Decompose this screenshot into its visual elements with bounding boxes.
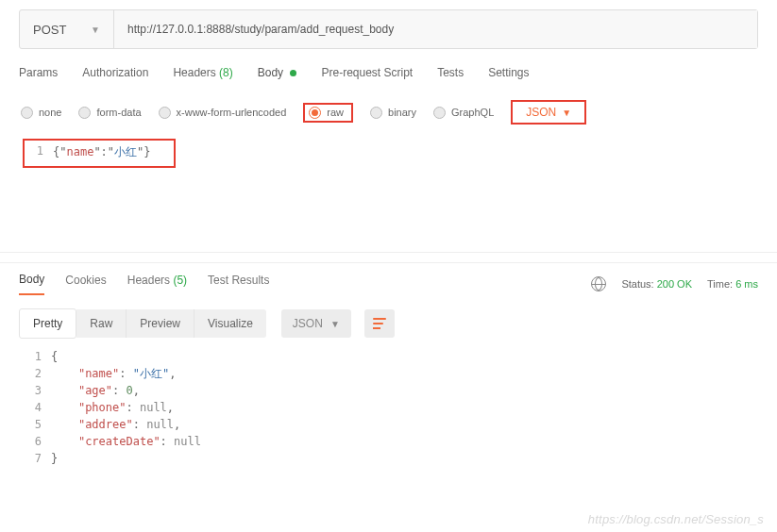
tab-headers-label: Headers — [173, 66, 215, 79]
view-pretty-button[interactable]: Pretty — [19, 308, 76, 339]
request-tabs: Params Authorization Headers (8) Body Pr… — [0, 49, 777, 94]
response-format-value: JSON — [293, 317, 323, 330]
status-value: 200 OK — [657, 278, 692, 290]
rtab-headers[interactable]: Headers (5) — [127, 274, 187, 294]
code-line: { — [51, 348, 58, 365]
radio-icon — [433, 107, 446, 119]
body-format-value: JSON — [526, 106, 556, 119]
tab-body[interactable]: Body — [258, 66, 297, 85]
response-body-editor[interactable]: 1{ 2 "name": "小红", 3 "age": 0, 4 "phone"… — [0, 344, 777, 467]
tab-settings[interactable]: Settings — [488, 66, 529, 85]
http-method-value: POST — [33, 23, 66, 37]
tab-params[interactable]: Params — [19, 66, 58, 85]
radio-icon — [21, 107, 33, 119]
body-format-select[interactable]: JSON ▼ — [511, 100, 586, 125]
rtab-headers-count: (5) — [173, 274, 187, 287]
tab-headers-count: (8) — [219, 66, 233, 79]
globe-icon[interactable] — [591, 276, 606, 291]
body-type-form-data-label: form-data — [96, 107, 141, 118]
code-line: "age": 0, — [51, 382, 140, 399]
code-line: "name": "小红", — [51, 365, 176, 382]
radio-checked-icon — [309, 107, 321, 119]
time-value: 6 ms — [735, 278, 758, 290]
wrap-lines-button[interactable] — [364, 309, 395, 338]
tab-prerequest[interactable]: Pre-request Script — [321, 66, 413, 85]
line-number: 5 — [28, 416, 51, 433]
body-type-row: none form-data x-www-form-urlencoded raw… — [0, 94, 777, 139]
body-type-none[interactable]: none — [21, 107, 61, 119]
view-visualize-button[interactable]: Visualize — [194, 309, 266, 338]
rtab-cookies[interactable]: Cookies — [65, 274, 106, 294]
watermark-text: https://blog.csdn.net/Session_s — [588, 512, 764, 526]
radio-icon — [78, 107, 91, 119]
body-type-graphql-label: GraphQL — [451, 107, 494, 118]
tab-tests[interactable]: Tests — [437, 66, 464, 85]
request-body-editor[interactable]: 1 {"name":"小红"} — [0, 139, 777, 252]
line-number: 1 — [25, 144, 53, 160]
body-type-raw-label: raw — [327, 107, 344, 118]
code-line: "phone": null, — [51, 399, 174, 416]
chevron-down-icon: ▼ — [91, 25, 100, 35]
body-type-none-label: none — [39, 107, 61, 118]
body-type-binary-label: binary — [388, 107, 416, 118]
radio-icon — [370, 107, 382, 119]
wrap-icon — [373, 318, 386, 329]
body-type-form-data[interactable]: form-data — [78, 107, 141, 119]
pane-divider[interactable] — [0, 252, 777, 263]
chevron-down-icon: ▼ — [562, 108, 571, 118]
line-number: 6 — [28, 433, 51, 450]
line-number: 7 — [28, 450, 51, 467]
body-type-binary[interactable]: binary — [370, 107, 416, 119]
line-number: 1 — [28, 348, 51, 365]
chevron-down-icon: ▼ — [330, 319, 340, 329]
body-type-urlencoded-label: x-www-form-urlencoded — [177, 107, 287, 118]
http-method-select[interactable]: POST ▼ — [20, 10, 114, 48]
body-type-urlencoded[interactable]: x-www-form-urlencoded — [159, 107, 287, 119]
time-label: Time: — [707, 278, 733, 290]
rtab-test-results[interactable]: Test Results — [208, 274, 269, 294]
rtab-body[interactable]: Body — [19, 273, 44, 295]
response-format-select[interactable]: JSON ▼ — [281, 309, 351, 338]
time-block: Time: 6 ms — [707, 278, 758, 290]
line-number: 4 — [28, 399, 51, 416]
response-toolbar: Pretty Raw Preview Visualize JSON ▼ — [0, 295, 777, 344]
view-raw-button[interactable]: Raw — [76, 309, 127, 338]
tab-body-label: Body — [258, 66, 283, 79]
request-bar: POST ▼ http://127.0.0.1:8888/study/param… — [19, 9, 758, 49]
view-preview-button[interactable]: Preview — [127, 309, 194, 338]
request-body-code: {"name":"小红"} — [53, 144, 151, 160]
tab-authorization[interactable]: Authorization — [82, 66, 148, 85]
response-tabs: Body Cookies Headers (5) Test Results St… — [0, 263, 777, 295]
code-line: "createDate": null — [51, 433, 201, 450]
body-type-graphql[interactable]: GraphQL — [433, 107, 494, 119]
rtab-headers-label: Headers — [127, 274, 170, 287]
modified-dot-icon — [290, 70, 296, 76]
code-line: } — [51, 450, 58, 467]
radio-icon — [159, 107, 171, 119]
url-input[interactable]: http://127.0.0.1:8888/study/param/add_re… — [114, 10, 757, 48]
line-number: 3 — [28, 382, 51, 399]
code-line: "addree": null, — [51, 416, 180, 433]
status-block: Status: 200 OK — [621, 278, 692, 290]
response-meta: Status: 200 OK Time: 6 ms — [591, 276, 758, 291]
status-label: Status: — [621, 278, 653, 290]
url-value: http://127.0.0.1:8888/study/param/add_re… — [127, 23, 394, 36]
highlight-box-body: 1 {"name":"小红"} — [23, 139, 176, 168]
tab-headers[interactable]: Headers (8) — [173, 66, 232, 85]
line-number: 2 — [28, 365, 51, 382]
body-type-raw[interactable]: raw — [309, 107, 344, 119]
highlight-box-raw: raw — [303, 103, 353, 123]
